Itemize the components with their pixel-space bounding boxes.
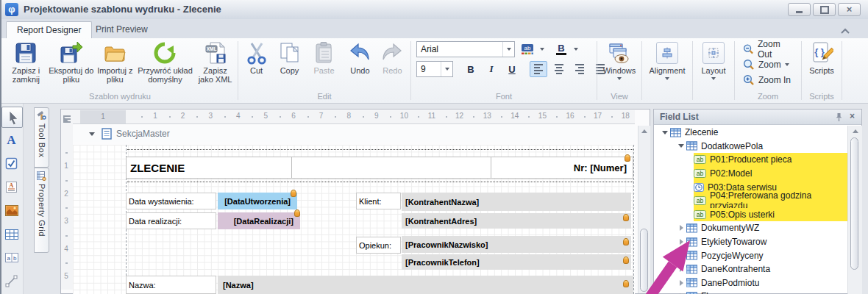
client-label[interactable]: Klient:: [356, 193, 401, 209]
tab-print-preview[interactable]: Print Preview: [85, 21, 158, 38]
zoom-button[interactable]: Zoom: [740, 57, 797, 72]
field-list-item-p04[interactable]: abP04:Preferowana godzina przyjazdu: [654, 194, 847, 208]
caretaker-phone-field[interactable]: [PracownikTelefon]: [402, 254, 631, 270]
paste-button[interactable]: Paste: [307, 40, 341, 76]
expand-icon[interactable]: [676, 266, 686, 272]
save-and-close-button[interactable]: Zapisz i zamknij: [4, 40, 48, 85]
align-right-button[interactable]: [571, 61, 588, 77]
tab-property-grid[interactable]: Property Grid: [34, 168, 49, 253]
name-field[interactable]: [Nazwa]: [218, 276, 633, 294]
field-list-item-zlecenie[interactable]: Zlecenie: [654, 126, 847, 140]
windows-button[interactable]: Windows: [600, 40, 639, 82]
issue-date-label[interactable]: Data wystawienia:: [126, 193, 216, 209]
combo-dropdown-icon[interactable]: [441, 62, 452, 76]
client-name-field[interactable]: [KontrahentNazwa]: [402, 193, 631, 211]
svg-text:ab: ab: [697, 211, 704, 218]
expand-icon[interactable]: [676, 280, 686, 286]
due-date-label[interactable]: Data realizacji:: [126, 212, 216, 229]
field-list-item-p01[interactable]: abP01:Producent pieca: [654, 153, 847, 167]
zoom-in-button[interactable]: Zoom In: [740, 72, 797, 87]
ruler-tick: [418, 116, 419, 118]
alignment-button[interactable]: Alignment: [647, 40, 689, 82]
field-list-item-danekontrahenta[interactable]: DaneKontrahenta: [654, 262, 847, 276]
scripts-button[interactable]: { } Scripts: [808, 40, 835, 76]
band-header[interactable]: SekcjaMaster: [73, 126, 635, 142]
copy-button[interactable]: Copy: [272, 40, 307, 76]
field-list-item-flaga[interactable]: Flaga: [654, 290, 847, 294]
font-color-dropdown-icon[interactable]: [574, 48, 578, 51]
align-center-button[interactable]: [550, 61, 568, 77]
font-size-value: 9: [417, 64, 441, 74]
bold-button[interactable]: B: [462, 61, 480, 77]
align-left-button[interactable]: [530, 61, 547, 77]
tool-character-comb-button[interactable]: ab: [1, 248, 21, 268]
order-number-box[interactable]: Nr: [Numer]: [491, 157, 633, 179]
issue-date-field[interactable]: [DataUtworzenia]: [218, 193, 297, 209]
zoom-out-button[interactable]: Zoom Out: [740, 41, 797, 57]
scroll-up-icon[interactable]: [641, 129, 647, 133]
scrollbar-thumb[interactable]: [850, 137, 858, 270]
field-list-item-dodatkowepola[interactable]: DodatkowePola: [654, 140, 847, 154]
underline-button[interactable]: U: [503, 61, 521, 77]
field-list-item-p02[interactable]: abP02:Model: [654, 167, 847, 181]
expand-icon[interactable]: [676, 253, 686, 259]
cut-button[interactable]: Cut: [241, 40, 272, 76]
expand-icon[interactable]: [676, 239, 686, 245]
report-title-box[interactable]: ZLECENIE: [126, 157, 292, 179]
highlight-dropdown-icon[interactable]: [540, 48, 544, 51]
field-list-item-danepodmiotu[interactable]: DanePodmiotu: [654, 276, 847, 290]
close-panel-icon[interactable]: ×: [850, 111, 855, 121]
tool-checkbox-button[interactable]: [1, 154, 21, 173]
italic-button[interactable]: I: [483, 61, 500, 77]
font-color-button[interactable]: B: [552, 41, 571, 57]
tool-richtext-button[interactable]: A: [1, 177, 21, 197]
field-list-item-dokumentywz[interactable]: DokumentyWZ: [654, 221, 847, 235]
band-grip-icon[interactable]: [63, 115, 71, 124]
scrollbar-thumb[interactable]: [640, 229, 648, 292]
restore-default-layout-button[interactable]: Przywróć układ domyślny: [135, 40, 195, 85]
caretaker-label[interactable]: Opiekun:: [356, 237, 401, 254]
redo-button[interactable]: Redo: [377, 40, 408, 76]
field-list-item-p05[interactable]: abP05:Opis usterki: [654, 208, 847, 222]
font-size-combo[interactable]: 9: [416, 61, 453, 77]
font-name-combo[interactable]: Arial: [416, 41, 515, 57]
tool-label-button[interactable]: A: [1, 130, 21, 150]
ribbon-group-alignment: Alignment: [643, 38, 691, 103]
field-list-scrollbar[interactable]: [847, 126, 862, 294]
tool-pointer-button[interactable]: [1, 107, 23, 128]
ruler-number: 3: [61, 217, 71, 225]
import-from-file-button[interactable]: Importuj z pliku: [95, 40, 135, 85]
client-address-field[interactable]: [KontrahentAdres]: [402, 213, 631, 229]
report-canvas[interactable]: ZLECENIE Nr: [Numer] Data wystawienia: […: [73, 145, 635, 294]
close-button[interactable]: ×: [838, 3, 861, 16]
tool-table-button[interactable]: [1, 224, 21, 244]
expand-icon[interactable]: [676, 225, 686, 231]
layout-button[interactable]: Layout: [698, 40, 728, 82]
name-label[interactable]: Nazwa:: [126, 276, 216, 294]
collapse-icon[interactable]: [660, 131, 670, 135]
tab-tool-box[interactable]: Tool Box: [34, 107, 49, 168]
field-list-item-etykietytowarow[interactable]: EtykietyTowarow: [654, 235, 847, 249]
export-to-file-button[interactable]: Eksportuj do pliku: [48, 40, 95, 85]
band-collapse-icon[interactable]: [89, 132, 95, 136]
tool-picture-button[interactable]: [1, 201, 21, 220]
scroll-up-icon[interactable]: [853, 129, 858, 133]
maximize-button[interactable]: [813, 3, 836, 16]
minimize-button[interactable]: [788, 3, 811, 16]
empty-title-box[interactable]: [291, 157, 491, 179]
undo-button[interactable]: Undo: [344, 40, 377, 76]
field-list-row-content: DanePodmiotu: [676, 276, 847, 290]
highlight-color-button[interactable]: ab: [518, 41, 537, 57]
collapse-ribbon-button[interactable]: [839, 24, 852, 34]
collapse-icon[interactable]: [676, 144, 686, 148]
tab-report-designer[interactable]: Report Designer: [6, 21, 92, 39]
tool-line-button[interactable]: [1, 271, 21, 291]
design-vertical-scrollbar[interactable]: [638, 126, 650, 293]
pin-icon[interactable]: [835, 112, 843, 125]
combo-dropdown-icon[interactable]: [502, 42, 514, 57]
due-date-field[interactable]: [DataRealizacji]: [218, 212, 300, 229]
caretaker-name-field[interactable]: [PracownikNazwisko]: [402, 236, 631, 253]
field-list-item-pozycjewyceny[interactable]: PozycjeWyceny: [654, 248, 847, 262]
field-list-item-label: DodatkowePola: [701, 141, 763, 151]
save-as-xml-button[interactable]: XML Zapisz jako XML: [195, 40, 235, 85]
